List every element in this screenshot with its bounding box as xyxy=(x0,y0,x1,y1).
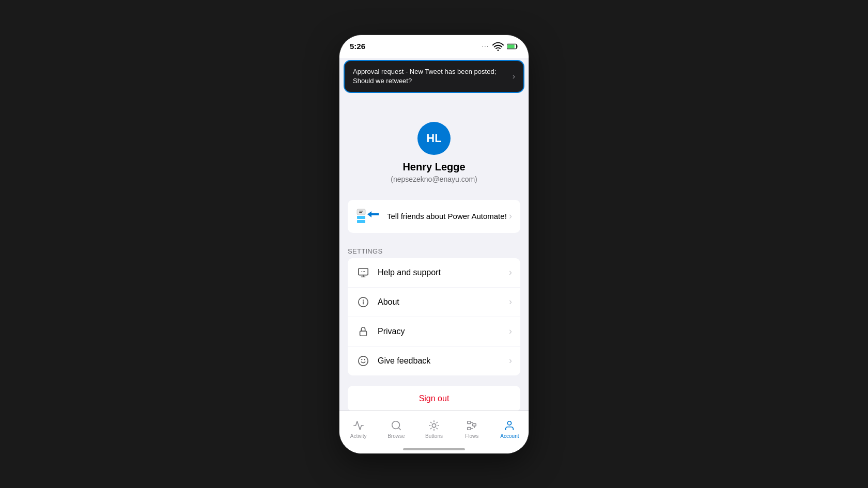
svg-rect-5 xyxy=(357,216,365,219)
user-email: (nepsezekno@enayu.com) xyxy=(391,175,477,183)
svg-rect-6 xyxy=(357,220,365,223)
settings-item-about[interactable]: About › xyxy=(348,288,520,317)
activity-label: Activity xyxy=(350,433,367,439)
signout-section: Sign out xyxy=(348,386,520,412)
sign-out-button[interactable]: Sign out xyxy=(348,386,520,412)
feedback-chevron-icon: › xyxy=(509,355,512,366)
help-icon xyxy=(356,265,370,280)
main-content: HL Henry Legge (nepsezekno@enayu.com) Te… xyxy=(339,81,529,454)
browse-icon xyxy=(390,419,402,432)
svg-rect-24 xyxy=(468,421,471,423)
svg-point-23 xyxy=(432,423,436,427)
status-icons: ··· xyxy=(482,41,518,52)
svg-rect-8 xyxy=(359,212,362,213)
about-chevron-icon: › xyxy=(509,296,512,307)
settings-item-privacy[interactable]: Privacy › xyxy=(348,317,520,347)
wifi-icon xyxy=(492,41,504,52)
settings-group: Help and support › About › xyxy=(348,258,520,375)
nav-item-buttons[interactable]: Buttons xyxy=(415,411,453,443)
svg-rect-17 xyxy=(360,331,367,336)
flows-icon xyxy=(466,419,478,432)
settings-label: Settings xyxy=(339,239,529,258)
notification-banner[interactable]: Approval request - New Tweet has been po… xyxy=(344,60,524,93)
nav-item-flows[interactable]: Flows xyxy=(453,411,491,443)
svg-marker-9 xyxy=(367,211,379,217)
privacy-label: Privacy xyxy=(378,327,509,336)
svg-point-13 xyxy=(364,271,365,272)
phone-frame: 5:26 ··· Approval request - New Tweet ha… xyxy=(339,35,529,454)
settings-item-feedback[interactable]: Give feedback › xyxy=(348,347,520,375)
svg-rect-7 xyxy=(359,211,363,212)
nav-item-browse[interactable]: Browse xyxy=(377,411,415,443)
browse-label: Browse xyxy=(388,433,405,439)
svg-rect-2 xyxy=(507,44,515,48)
account-icon xyxy=(503,419,516,432)
status-time: 5:26 xyxy=(350,42,365,51)
promo-banner[interactable]: Tell friends about Power Automate! › xyxy=(348,200,520,233)
promo-text: Tell friends about Power Automate! xyxy=(387,212,509,221)
buttons-icon xyxy=(428,419,440,432)
bottom-nav: Activity Browse Buttons xyxy=(339,411,529,453)
feedback-label: Give feedback xyxy=(378,356,509,366)
help-chevron-icon: › xyxy=(509,267,512,278)
privacy-chevron-icon: › xyxy=(509,326,512,337)
about-icon xyxy=(356,295,370,309)
svg-point-0 xyxy=(498,49,499,51)
nav-item-activity[interactable]: Activity xyxy=(339,411,377,443)
notification-text: Approval request - New Tweet has been po… xyxy=(353,67,508,86)
help-label: Help and support xyxy=(378,268,509,277)
user-name: Henry Legge xyxy=(402,161,465,173)
signal-dots-icon: ··· xyxy=(482,43,489,49)
svg-line-22 xyxy=(398,428,400,430)
about-label: About xyxy=(378,297,509,307)
notification-chevron-icon: › xyxy=(513,72,515,81)
privacy-icon xyxy=(356,324,370,339)
battery-icon xyxy=(507,43,518,50)
svg-point-12 xyxy=(363,271,364,272)
flows-label: Flows xyxy=(465,433,478,439)
nav-item-account[interactable]: Account xyxy=(491,411,529,443)
buttons-label: Buttons xyxy=(425,433,443,439)
home-indicator xyxy=(403,448,465,450)
promo-chevron-icon: › xyxy=(509,211,512,222)
svg-rect-26 xyxy=(468,427,471,430)
svg-rect-4 xyxy=(357,209,365,215)
status-bar: 5:26 ··· xyxy=(339,35,529,58)
account-label: Account xyxy=(500,433,519,439)
svg-rect-3 xyxy=(517,45,518,47)
svg-point-11 xyxy=(361,271,362,272)
svg-point-27 xyxy=(508,421,512,424)
activity-icon xyxy=(352,419,365,432)
svg-point-18 xyxy=(359,356,368,365)
profile-section: HL Henry Legge (nepsezekno@enayu.com) xyxy=(339,81,529,194)
feedback-icon xyxy=(356,354,370,368)
avatar: HL xyxy=(417,122,451,155)
power-automate-logo xyxy=(356,207,381,226)
settings-item-help[interactable]: Help and support › xyxy=(348,258,520,288)
